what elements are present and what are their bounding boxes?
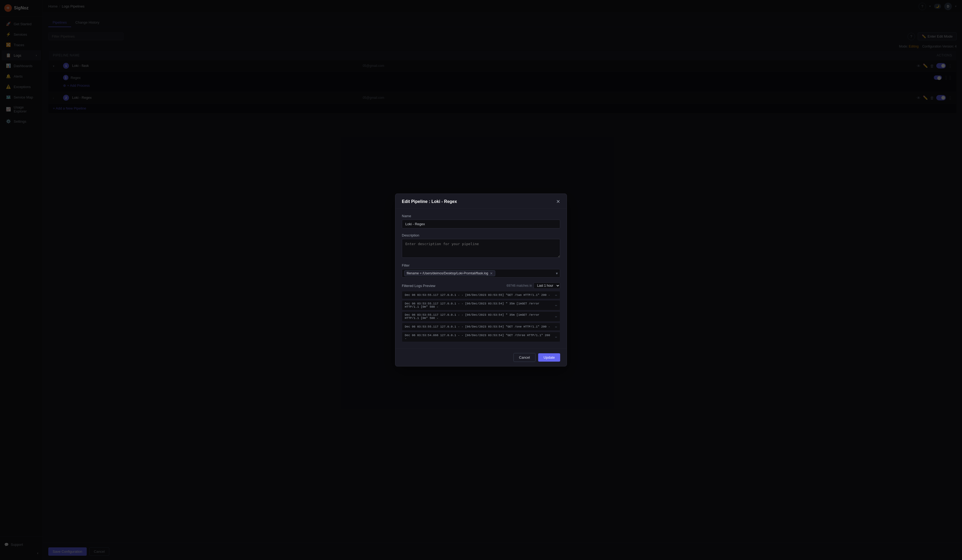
name-field-group: Name (402, 214, 560, 228)
log-edit-icon[interactable]: ✏ (555, 335, 557, 339)
modal-footer: Cancel Update (395, 349, 567, 366)
description-field-group: Description (402, 233, 560, 258)
filter-tag: filename = /Users/deimos/Desktop/Loki-Pr… (404, 270, 495, 276)
matches-count: 69746 matches in (507, 284, 532, 287)
log-row: Dec 06 03:53:55.117 127.0.0.1 - - [06/De… (402, 291, 560, 299)
modal-update-button[interactable]: Update (538, 353, 560, 361)
modal-close-button[interactable]: ✕ (556, 199, 560, 204)
modal-cancel-button[interactable]: Cancel (513, 353, 536, 362)
modal-title: Edit Pipeline : Loki - Regex (402, 199, 457, 204)
log-text: Dec 06 03:53:54.866 127.0.0.1 - - [06/De… (405, 334, 553, 340)
modal-header: Edit Pipeline : Loki - Regex ✕ (395, 194, 567, 208)
filter-tag-input[interactable]: filename = /Users/deimos/Desktop/Loki-Pr… (402, 269, 560, 278)
modal-body: Name Description Filter filename = /User… (395, 208, 567, 349)
log-row: Dec 06 03:53:55.117 127.0.0.1 - - [06/De… (402, 311, 560, 322)
time-range-select[interactable]: Last 1 hour (534, 282, 560, 289)
modal-overlay: Edit Pipeline : Loki - Regex ✕ Name Desc… (0, 0, 962, 560)
log-edit-icon[interactable]: ✏ (555, 324, 557, 329)
filter-dropdown-icon[interactable]: ▾ (556, 271, 558, 276)
log-text: Dec 06 03:53:55.117 127.0.0.1 - - [06/De… (405, 294, 553, 297)
preview-header: Filtered Logs Preview 69746 matches in L… (402, 282, 560, 289)
log-preview-list: Dec 06 03:53:55.117 127.0.0.1 - - [06/De… (402, 291, 560, 342)
filter-field-group: Filter filename = /Users/deimos/Desktop/… (402, 263, 560, 278)
log-edit-icon[interactable]: ✏ (555, 293, 557, 297)
name-input[interactable] (402, 219, 560, 228)
log-edit-icon[interactable]: ✏ (555, 303, 557, 307)
log-row: Dec 06 03:53:54.866 127.0.0.1 - - [06/De… (402, 332, 560, 342)
description-textarea[interactable] (402, 239, 560, 258)
name-label: Name (402, 214, 560, 218)
log-text: Dec 06 03:53:55.117 127.0.0.1 - - [06/De… (405, 325, 553, 328)
log-row: Dec 06 03:53:55.117 127.0.0.1 - - [06/De… (402, 323, 560, 331)
description-label: Description (402, 233, 560, 237)
log-text: Dec 06 03:53:55.117 127.0.0.1 - - [06/De… (405, 302, 553, 308)
log-text: Dec 06 03:53:55.117 127.0.0.1 - - [06/De… (405, 313, 553, 320)
preview-label: Filtered Logs Preview (402, 284, 435, 288)
filter-tag-text: filename = /Users/deimos/Desktop/Loki-Pr… (407, 271, 488, 275)
edit-pipeline-modal: Edit Pipeline : Loki - Regex ✕ Name Desc… (395, 194, 567, 366)
filter-label: Filter (402, 263, 560, 267)
log-row: Dec 06 03:53:55.117 127.0.0.1 - - [06/De… (402, 300, 560, 310)
filter-tag-remove[interactable]: ✕ (490, 272, 493, 275)
log-edit-icon[interactable]: ✏ (555, 315, 557, 319)
